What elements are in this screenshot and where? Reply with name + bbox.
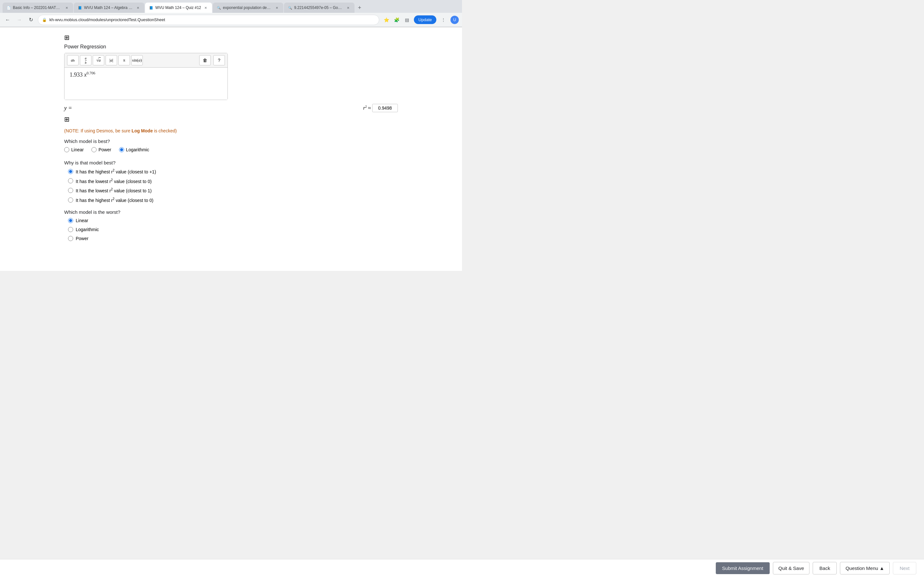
worst-model-radio-group: Linear Logarithmic Power <box>64 218 398 241</box>
lock-icon: 🔒 <box>42 18 47 22</box>
math-editor-container: ab ab √a |a| π sin(a) 🗑 ? 1.933 x0.706 <box>64 53 228 100</box>
why-highest-r2-plus1-option[interactable]: It has the highest r2 value (closest to … <box>68 169 398 174</box>
why-lowest-r2-1-option[interactable]: It has the lowest r2 value (closest to 1… <box>68 187 398 193</box>
tab-title-quiz: WVU Math 124 – Quiz #12 <box>155 5 201 10</box>
why-lowest-r2-0-label: It has the lowest r2 value (closest to 0… <box>76 178 152 184</box>
math-btn-fraction[interactable]: ab <box>80 55 91 65</box>
worst-linear-radio[interactable] <box>68 218 73 223</box>
best-power-label: Power <box>99 147 111 152</box>
math-expression: 1.933 x0.706 <box>69 71 95 78</box>
tab-basic-info[interactable]: 📄 Basic Info – 202201-MATH-12... ✕ <box>3 3 73 13</box>
extensions-button[interactable]: 🧩 <box>392 15 401 24</box>
worst-linear-label: Linear <box>76 218 88 223</box>
why-highest-r2-plus1-label: It has the highest r2 value (closest to … <box>76 169 156 174</box>
tab-quiz[interactable]: 📘 WVU Math 124 – Quiz #12 ✕ <box>145 3 212 13</box>
tab-close-google[interactable]: ✕ <box>346 5 351 10</box>
tab-title-algebra: WVU Math 124 – Algebra with... <box>84 5 134 10</box>
math-btn-pi[interactable]: π <box>118 55 130 65</box>
best-logarithmic-option[interactable]: Logarithmic <box>119 147 149 152</box>
r2-label: r2 ≈ <box>363 105 371 111</box>
worst-logarithmic-label: Logarithmic <box>76 227 99 232</box>
which-model-best-label: Which model is best? <box>64 139 398 144</box>
tab-close-exponential[interactable]: ✕ <box>274 5 279 10</box>
why-highest-r2-0-radio[interactable] <box>68 197 73 203</box>
graph-resize-icon-bottom[interactable]: ⊞ <box>64 116 69 123</box>
worst-logarithmic-radio[interactable] <box>68 227 73 232</box>
r2-value-input[interactable] <box>372 104 398 112</box>
avatar[interactable]: U <box>451 16 459 24</box>
back-nav-button[interactable]: ← <box>3 15 12 24</box>
why-highest-r2-plus1-radio[interactable] <box>68 169 73 174</box>
tab-title-exponential: exponential population decay... <box>223 5 272 10</box>
math-btn-help[interactable]: ? <box>213 55 225 65</box>
update-button[interactable]: Update <box>414 15 436 24</box>
math-btn-power[interactable]: ab <box>67 55 79 65</box>
graph-icon-top: ⊞ <box>64 34 398 41</box>
reload-button[interactable]: ↻ <box>26 15 35 24</box>
tab-google[interactable]: 🔍 9.22144255497e-05 – Google... ✕ <box>284 3 355 13</box>
why-highest-r2-0-option[interactable]: It has the highest r2 value (closest to … <box>68 197 398 203</box>
best-linear-radio[interactable] <box>64 147 69 152</box>
best-power-option[interactable]: Power <box>91 147 111 152</box>
address-bar-container: 🔒 <box>38 15 379 25</box>
tab-close-basic-info[interactable]: ✕ <box>64 5 69 10</box>
why-lowest-r2-1-label: It has the lowest r2 value (closest to 1… <box>76 187 152 193</box>
math-btn-trash[interactable]: 🗑 <box>199 55 211 65</box>
math-input-area[interactable]: 1.933 x0.706 <box>65 68 228 100</box>
page-content: ⊞ Power Regression ab ab √a |a| π sin(a)… <box>0 27 462 271</box>
r2-section: r2 ≈ <box>363 104 398 112</box>
bookmark-button[interactable]: ⭐ <box>382 15 391 24</box>
graph-resize-icon-top[interactable]: ⊞ <box>64 34 69 41</box>
best-linear-option[interactable]: Linear <box>64 147 84 152</box>
tab-wvu-algebra[interactable]: 📘 WVU Math 124 – Algebra with... ✕ <box>74 3 144 13</box>
tab-title-google: 9.22144255497e-05 – Google... <box>294 5 344 10</box>
worst-power-option[interactable]: Power <box>68 236 398 241</box>
why-lowest-r2-0-option[interactable]: It has the lowest r2 value (closest to 0… <box>68 178 398 184</box>
browser-chrome: 📄 Basic Info – 202201-MATH-12... ✕ 📘 WVU… <box>0 0 462 27</box>
tab-close-quiz[interactable]: ✕ <box>203 5 208 10</box>
address-bar[interactable] <box>49 17 375 22</box>
tab-favicon-basic-info: 📄 <box>6 5 11 10</box>
worst-power-label: Power <box>76 236 89 241</box>
new-tab-button[interactable]: + <box>355 3 364 12</box>
equation-row: y = r2 ≈ <box>64 104 398 112</box>
math-btn-abs[interactable]: |a| <box>105 55 117 65</box>
which-model-best-section: Which model is best? Linear Power Logari… <box>64 139 398 152</box>
math-btn-sin[interactable]: sin(a) <box>131 55 143 65</box>
tab-title-basic-info: Basic Info – 202201-MATH-12... <box>13 5 62 10</box>
tab-favicon-exponential: 🔍 <box>216 5 221 10</box>
note-prefix: (NOTE: If using Desmos, be sure <box>64 128 132 133</box>
tab-favicon-google: 🔍 <box>288 5 292 10</box>
best-logarithmic-radio[interactable] <box>119 147 124 152</box>
menu-button[interactable]: ⋮ <box>439 15 448 24</box>
y-equals-label: y = <box>64 105 72 111</box>
toolbar-actions: ⭐ 🧩 ▤ <box>382 15 411 24</box>
why-lowest-r2-0-radio[interactable] <box>68 178 73 183</box>
worst-linear-option[interactable]: Linear <box>68 218 398 223</box>
note-text: (NOTE: If using Desmos, be sure Log Mode… <box>64 128 398 133</box>
tab-bar: 📄 Basic Info – 202201-MATH-12... ✕ 📘 WVU… <box>0 0 462 13</box>
tab-favicon-algebra: 📘 <box>78 5 82 10</box>
why-best-label: Why is that model best? <box>64 160 398 165</box>
why-lowest-r2-1-radio[interactable] <box>68 188 73 193</box>
worst-logarithmic-option[interactable]: Logarithmic <box>68 227 398 232</box>
best-power-radio[interactable] <box>91 147 97 152</box>
tab-favicon-quiz: 📘 <box>149 5 153 10</box>
worst-power-radio[interactable] <box>68 236 73 241</box>
power-regression-label: Power Regression <box>64 44 398 50</box>
model-best-radio-group: Linear Power Logarithmic <box>64 147 398 152</box>
note-log-mode: Log Mode <box>132 128 153 133</box>
best-linear-label: Linear <box>71 147 84 152</box>
which-model-worst-label: Which model is the worst? <box>64 210 398 215</box>
tab-exponential[interactable]: 🔍 exponential population decay... ✕ <box>213 3 283 13</box>
tab-close-algebra[interactable]: ✕ <box>136 5 141 10</box>
sidebar-button[interactable]: ▤ <box>402 15 411 24</box>
forward-nav-button[interactable]: → <box>15 15 24 24</box>
why-best-section: Why is that model best? It has the highe… <box>64 160 398 203</box>
which-model-worst-section: Which model is the worst? Linear Logarit… <box>64 210 398 241</box>
why-highest-r2-0-label: It has the highest r2 value (closest to … <box>76 197 153 203</box>
math-btn-sqrt[interactable]: √a <box>93 55 104 65</box>
why-best-radio-group: It has the highest r2 value (closest to … <box>64 169 398 203</box>
best-logarithmic-label: Logarithmic <box>126 147 149 152</box>
browser-toolbar: ← → ↻ 🔒 ⭐ 🧩 ▤ Update ⋮ U <box>0 13 462 27</box>
